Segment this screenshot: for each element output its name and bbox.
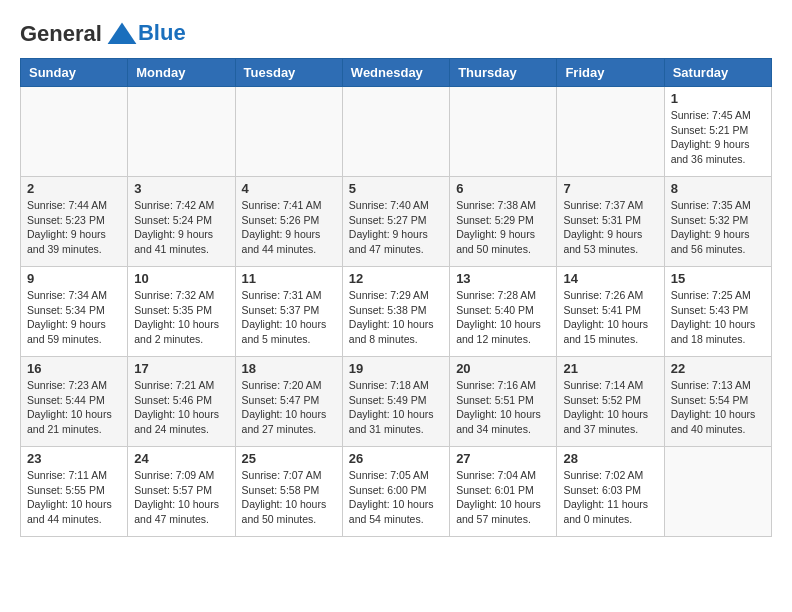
- day-number: 12: [349, 271, 443, 286]
- day-info: Sunrise: 7:21 AM Sunset: 5:46 PM Dayligh…: [134, 378, 228, 437]
- calendar-cell: [128, 87, 235, 177]
- calendar-cell: 26Sunrise: 7:05 AM Sunset: 6:00 PM Dayli…: [342, 447, 449, 537]
- day-info: Sunrise: 7:34 AM Sunset: 5:34 PM Dayligh…: [27, 288, 121, 347]
- calendar-cell: 15Sunrise: 7:25 AM Sunset: 5:43 PM Dayli…: [664, 267, 771, 357]
- day-number: 15: [671, 271, 765, 286]
- calendar: SundayMondayTuesdayWednesdayThursdayFrid…: [20, 58, 772, 537]
- calendar-cell: 22Sunrise: 7:13 AM Sunset: 5:54 PM Dayli…: [664, 357, 771, 447]
- day-info: Sunrise: 7:23 AM Sunset: 5:44 PM Dayligh…: [27, 378, 121, 437]
- calendar-cell: [450, 87, 557, 177]
- calendar-cell: [557, 87, 664, 177]
- day-info: Sunrise: 7:25 AM Sunset: 5:43 PM Dayligh…: [671, 288, 765, 347]
- day-number: 3: [134, 181, 228, 196]
- calendar-cell: 28Sunrise: 7:02 AM Sunset: 6:03 PM Dayli…: [557, 447, 664, 537]
- weekday-tuesday: Tuesday: [235, 59, 342, 87]
- day-info: Sunrise: 7:04 AM Sunset: 6:01 PM Dayligh…: [456, 468, 550, 527]
- day-number: 21: [563, 361, 657, 376]
- day-number: 20: [456, 361, 550, 376]
- calendar-cell: 7Sunrise: 7:37 AM Sunset: 5:31 PM Daylig…: [557, 177, 664, 267]
- calendar-cell: 14Sunrise: 7:26 AM Sunset: 5:41 PM Dayli…: [557, 267, 664, 357]
- day-info: Sunrise: 7:26 AM Sunset: 5:41 PM Dayligh…: [563, 288, 657, 347]
- calendar-header: SundayMondayTuesdayWednesdayThursdayFrid…: [21, 59, 772, 87]
- logo-general-text: General: [20, 21, 102, 47]
- day-info: Sunrise: 7:20 AM Sunset: 5:47 PM Dayligh…: [242, 378, 336, 437]
- day-info: Sunrise: 7:07 AM Sunset: 5:58 PM Dayligh…: [242, 468, 336, 527]
- day-info: Sunrise: 7:05 AM Sunset: 6:00 PM Dayligh…: [349, 468, 443, 527]
- day-info: Sunrise: 7:11 AM Sunset: 5:55 PM Dayligh…: [27, 468, 121, 527]
- calendar-cell: 20Sunrise: 7:16 AM Sunset: 5:51 PM Dayli…: [450, 357, 557, 447]
- day-info: Sunrise: 7:45 AM Sunset: 5:21 PM Dayligh…: [671, 108, 765, 167]
- header: GeneralBlue: [20, 20, 772, 48]
- day-number: 4: [242, 181, 336, 196]
- day-number: 23: [27, 451, 121, 466]
- calendar-cell: [664, 447, 771, 537]
- day-number: 5: [349, 181, 443, 196]
- calendar-cell: 10Sunrise: 7:32 AM Sunset: 5:35 PM Dayli…: [128, 267, 235, 357]
- calendar-cell: [342, 87, 449, 177]
- week-row-1: 2Sunrise: 7:44 AM Sunset: 5:23 PM Daylig…: [21, 177, 772, 267]
- weekday-header-row: SundayMondayTuesdayWednesdayThursdayFrid…: [21, 59, 772, 87]
- day-number: 2: [27, 181, 121, 196]
- day-number: 17: [134, 361, 228, 376]
- calendar-cell: 17Sunrise: 7:21 AM Sunset: 5:46 PM Dayli…: [128, 357, 235, 447]
- calendar-cell: 5Sunrise: 7:40 AM Sunset: 5:27 PM Daylig…: [342, 177, 449, 267]
- day-info: Sunrise: 7:32 AM Sunset: 5:35 PM Dayligh…: [134, 288, 228, 347]
- weekday-friday: Friday: [557, 59, 664, 87]
- day-info: Sunrise: 7:38 AM Sunset: 5:29 PM Dayligh…: [456, 198, 550, 257]
- logo: GeneralBlue: [20, 20, 186, 48]
- calendar-cell: 12Sunrise: 7:29 AM Sunset: 5:38 PM Dayli…: [342, 267, 449, 357]
- day-number: 10: [134, 271, 228, 286]
- calendar-cell: 4Sunrise: 7:41 AM Sunset: 5:26 PM Daylig…: [235, 177, 342, 267]
- day-number: 22: [671, 361, 765, 376]
- day-info: Sunrise: 7:09 AM Sunset: 5:57 PM Dayligh…: [134, 468, 228, 527]
- calendar-cell: 27Sunrise: 7:04 AM Sunset: 6:01 PM Dayli…: [450, 447, 557, 537]
- calendar-cell: 9Sunrise: 7:34 AM Sunset: 5:34 PM Daylig…: [21, 267, 128, 357]
- day-number: 13: [456, 271, 550, 286]
- calendar-cell: 19Sunrise: 7:18 AM Sunset: 5:49 PM Dayli…: [342, 357, 449, 447]
- day-number: 26: [349, 451, 443, 466]
- weekday-saturday: Saturday: [664, 59, 771, 87]
- day-number: 8: [671, 181, 765, 196]
- day-info: Sunrise: 7:31 AM Sunset: 5:37 PM Dayligh…: [242, 288, 336, 347]
- calendar-cell: 16Sunrise: 7:23 AM Sunset: 5:44 PM Dayli…: [21, 357, 128, 447]
- week-row-2: 9Sunrise: 7:34 AM Sunset: 5:34 PM Daylig…: [21, 267, 772, 357]
- calendar-cell: [235, 87, 342, 177]
- calendar-cell: 1Sunrise: 7:45 AM Sunset: 5:21 PM Daylig…: [664, 87, 771, 177]
- day-number: 9: [27, 271, 121, 286]
- calendar-cell: [21, 87, 128, 177]
- week-row-3: 16Sunrise: 7:23 AM Sunset: 5:44 PM Dayli…: [21, 357, 772, 447]
- day-number: 19: [349, 361, 443, 376]
- day-info: Sunrise: 7:37 AM Sunset: 5:31 PM Dayligh…: [563, 198, 657, 257]
- day-info: Sunrise: 7:44 AM Sunset: 5:23 PM Dayligh…: [27, 198, 121, 257]
- calendar-cell: 2Sunrise: 7:44 AM Sunset: 5:23 PM Daylig…: [21, 177, 128, 267]
- day-info: Sunrise: 7:29 AM Sunset: 5:38 PM Dayligh…: [349, 288, 443, 347]
- day-number: 1: [671, 91, 765, 106]
- calendar-cell: 25Sunrise: 7:07 AM Sunset: 5:58 PM Dayli…: [235, 447, 342, 537]
- calendar-cell: 24Sunrise: 7:09 AM Sunset: 5:57 PM Dayli…: [128, 447, 235, 537]
- weekday-wednesday: Wednesday: [342, 59, 449, 87]
- weekday-monday: Monday: [128, 59, 235, 87]
- weekday-sunday: Sunday: [21, 59, 128, 87]
- day-info: Sunrise: 7:41 AM Sunset: 5:26 PM Dayligh…: [242, 198, 336, 257]
- week-row-4: 23Sunrise: 7:11 AM Sunset: 5:55 PM Dayli…: [21, 447, 772, 537]
- week-row-0: 1Sunrise: 7:45 AM Sunset: 5:21 PM Daylig…: [21, 87, 772, 177]
- calendar-body: 1Sunrise: 7:45 AM Sunset: 5:21 PM Daylig…: [21, 87, 772, 537]
- day-info: Sunrise: 7:14 AM Sunset: 5:52 PM Dayligh…: [563, 378, 657, 437]
- calendar-cell: 8Sunrise: 7:35 AM Sunset: 5:32 PM Daylig…: [664, 177, 771, 267]
- day-number: 18: [242, 361, 336, 376]
- day-info: Sunrise: 7:42 AM Sunset: 5:24 PM Dayligh…: [134, 198, 228, 257]
- day-number: 6: [456, 181, 550, 196]
- calendar-cell: 13Sunrise: 7:28 AM Sunset: 5:40 PM Dayli…: [450, 267, 557, 357]
- calendar-cell: 11Sunrise: 7:31 AM Sunset: 5:37 PM Dayli…: [235, 267, 342, 357]
- day-info: Sunrise: 7:13 AM Sunset: 5:54 PM Dayligh…: [671, 378, 765, 437]
- day-number: 24: [134, 451, 228, 466]
- day-info: Sunrise: 7:02 AM Sunset: 6:03 PM Dayligh…: [563, 468, 657, 527]
- day-info: Sunrise: 7:28 AM Sunset: 5:40 PM Dayligh…: [456, 288, 550, 347]
- calendar-cell: 6Sunrise: 7:38 AM Sunset: 5:29 PM Daylig…: [450, 177, 557, 267]
- weekday-thursday: Thursday: [450, 59, 557, 87]
- calendar-cell: 21Sunrise: 7:14 AM Sunset: 5:52 PM Dayli…: [557, 357, 664, 447]
- calendar-cell: 23Sunrise: 7:11 AM Sunset: 5:55 PM Dayli…: [21, 447, 128, 537]
- day-number: 11: [242, 271, 336, 286]
- day-number: 7: [563, 181, 657, 196]
- calendar-cell: 3Sunrise: 7:42 AM Sunset: 5:24 PM Daylig…: [128, 177, 235, 267]
